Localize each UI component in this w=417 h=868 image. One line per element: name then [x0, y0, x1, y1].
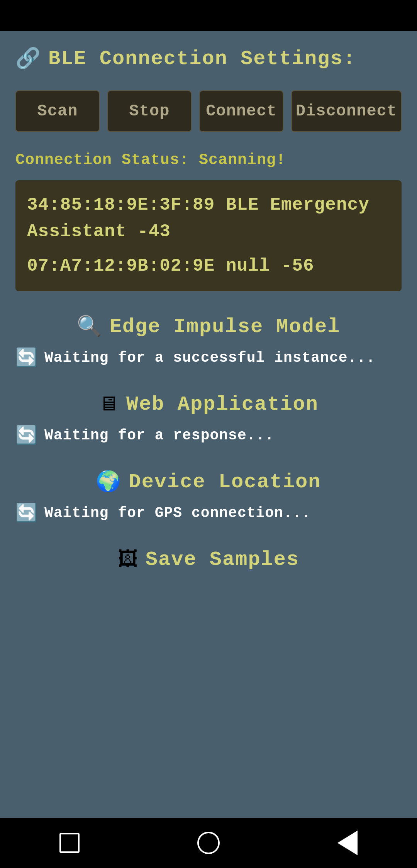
- save-samples-header[interactable]: 🖼 Save Samples: [15, 547, 402, 572]
- edge-impulse-icon: 🔍: [77, 314, 102, 339]
- edge-impulse-title: Edge Impulse Model: [110, 315, 341, 338]
- disconnect-button[interactable]: Disconnect: [291, 90, 402, 132]
- nav-triangle-icon: [337, 831, 358, 855]
- buttons-row: Scan Stop Connect Disconnect: [15, 90, 402, 132]
- link-icon: 🔗: [15, 46, 41, 71]
- device-entry-2[interactable]: 07:A7:12:9B:02:9E null -56: [27, 253, 390, 280]
- device-entry-1[interactable]: 34:85:18:9E:3F:89 BLE Emergency Assistan…: [27, 192, 390, 245]
- edge-impulse-status-row: 🔄 Waiting for a successful instance...: [15, 347, 402, 369]
- nav-bar: [0, 818, 417, 868]
- nav-square-button[interactable]: [56, 829, 83, 856]
- edge-impulse-refresh-icon: 🔄: [15, 347, 37, 369]
- main-content: 🔗 BLE Connection Settings: Scan Stop Con…: [0, 31, 417, 818]
- connection-status: Connection Status: Scanning!: [15, 151, 402, 169]
- save-samples-icon: 🖼: [118, 547, 138, 572]
- device-location-section: 🌍 Device Location 🔄 Waiting for GPS conn…: [15, 466, 402, 539]
- web-application-refresh-icon: 🔄: [15, 424, 37, 446]
- web-application-status: Waiting for a response...: [44, 427, 274, 444]
- page-title: BLE Connection Settings:: [48, 47, 356, 70]
- scan-button[interactable]: Scan: [15, 90, 100, 132]
- web-application-section: 🖥 Web Application 🔄 Waiting for a respon…: [15, 388, 402, 462]
- device-location-status-row: 🔄 Waiting for GPS connection...: [15, 502, 402, 524]
- nav-circle-icon: [197, 832, 220, 854]
- edge-impulse-header: 🔍 Edge Impulse Model: [15, 314, 402, 339]
- save-samples-section: 🖼 Save Samples: [15, 543, 402, 580]
- status-bar: [0, 0, 417, 31]
- device-location-header: 🌍 Device Location: [15, 470, 402, 494]
- device-location-title: Device Location: [129, 471, 321, 493]
- web-application-title: Web Application: [126, 393, 319, 416]
- device-location-status: Waiting for GPS connection...: [44, 505, 311, 521]
- save-samples-title: Save Samples: [146, 548, 299, 571]
- stop-button[interactable]: Stop: [107, 90, 192, 132]
- edge-impulse-status: Waiting for a successful instance...: [44, 349, 375, 366]
- device-location-icon: 🌍: [96, 470, 121, 494]
- device-location-refresh-icon: 🔄: [15, 502, 37, 524]
- nav-back-button[interactable]: [334, 829, 361, 856]
- web-application-status-row: 🔄 Waiting for a response...: [15, 424, 402, 446]
- nav-square-icon: [59, 833, 80, 853]
- web-application-icon: 🖥: [98, 392, 119, 417]
- web-application-header: 🖥 Web Application: [15, 392, 402, 417]
- nav-home-button[interactable]: [195, 829, 222, 856]
- device-list: 34:85:18:9E:3F:89 BLE Emergency Assistan…: [15, 180, 402, 291]
- edge-impulse-section: 🔍 Edge Impulse Model 🔄 Waiting for a suc…: [15, 310, 402, 384]
- header-row: 🔗 BLE Connection Settings:: [15, 46, 402, 71]
- connect-button[interactable]: Connect: [199, 90, 283, 132]
